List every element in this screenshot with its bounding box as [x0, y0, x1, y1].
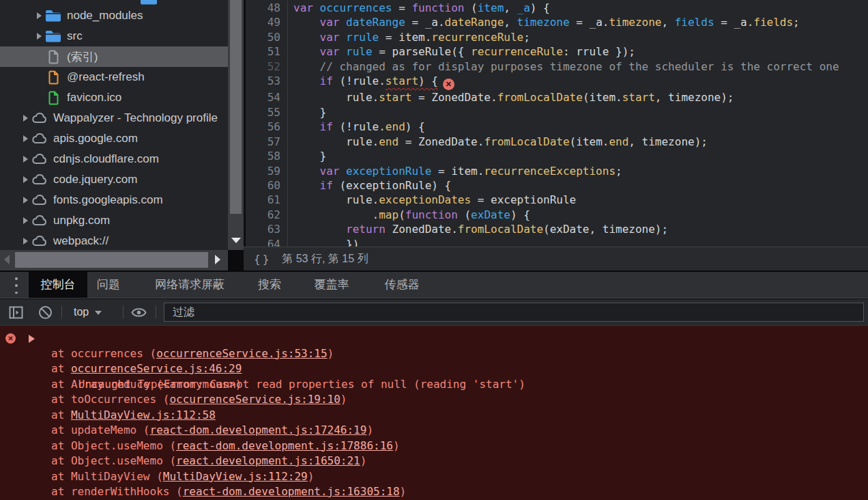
- tree-item-label: unpkg.com: [53, 214, 110, 227]
- code-token: dateRange: [445, 16, 504, 29]
- chevron-right-icon[interactable]: [33, 12, 45, 19]
- code-line: 60 if (exceptionRule) {: [246, 178, 868, 193]
- chevron-right-icon[interactable]: [19, 156, 31, 163]
- more-tools-menu-icon[interactable]: [14, 277, 19, 294]
- line-number[interactable]: 57: [246, 135, 288, 149]
- chevron-right-icon[interactable]: [19, 217, 31, 224]
- line-number[interactable]: 52: [246, 59, 288, 74]
- create-live-expression-icon[interactable]: [131, 306, 147, 322]
- file-tree-panel: node_modulessrc(索引)@react-refreshfavicon…: [0, 0, 246, 270]
- line-number[interactable]: 51: [246, 44, 288, 59]
- tree-item[interactable]: fonts.googleapis.com: [0, 190, 246, 210]
- chevron-right-icon[interactable]: [19, 197, 31, 204]
- code-line: 58 }: [246, 149, 868, 163]
- chevron-right-icon[interactable]: [19, 135, 31, 142]
- code-text: return ZonedDate.fromLocalDate(exDate, t…: [288, 222, 668, 236]
- line-number[interactable]: 63: [246, 222, 288, 236]
- tree-item[interactable]: code.jquery.com: [0, 169, 246, 190]
- code-token: }: [293, 150, 326, 163]
- stack-link[interactable]: react-dom.development.js:16305:18: [183, 485, 400, 498]
- tab-coverage[interactable]: 覆盖率: [315, 272, 349, 298]
- show-console-sidebar-icon[interactable]: [9, 305, 23, 322]
- line-number[interactable]: 58: [246, 149, 288, 163]
- stack-link[interactable]: react.development.js:1650:21: [176, 454, 360, 467]
- code-token: (!rule.: [333, 74, 386, 87]
- line-number[interactable]: 56: [246, 120, 288, 134]
- line-number[interactable]: 61: [246, 193, 288, 207]
- tree-item[interactable]: unpkg.com: [0, 210, 246, 231]
- line-number[interactable]: 55: [246, 105, 288, 120]
- stack-link[interactable]: occurrenceService.js:46:29: [71, 362, 242, 375]
- scroll-down-arrow-icon[interactable]: [231, 238, 241, 243]
- code-token: .: [293, 208, 379, 221]
- code-token: _a: [517, 1, 530, 14]
- tree-item-label: webpack://: [53, 234, 108, 248]
- stack-link[interactable]: MultiDayView.js:112:58: [71, 408, 216, 421]
- chevron-right-icon[interactable]: [19, 238, 31, 245]
- tree-item[interactable]: apis.google.com: [0, 128, 246, 149]
- stack-frame-text: at: [51, 408, 71, 421]
- code-token: (!rule.: [333, 120, 386, 133]
- tab-issues[interactable]: 问题: [97, 272, 120, 298]
- javascript-context-selector[interactable]: top: [74, 299, 102, 325]
- tab-search[interactable]: 搜索: [258, 272, 281, 298]
- tree-item[interactable]: (索引): [0, 46, 246, 67]
- tab-console[interactable]: 控制台: [29, 272, 87, 298]
- cloud-icon: [31, 133, 48, 144]
- tree-item[interactable]: src: [0, 26, 246, 46]
- line-number[interactable]: 48: [246, 1, 288, 15]
- tree-item-label: code.jquery.com: [53, 173, 137, 186]
- line-number[interactable]: 54: [246, 90, 288, 105]
- code-token: function: [411, 1, 464, 14]
- chevron-right-icon[interactable]: [19, 115, 31, 122]
- line-number[interactable]: 50: [246, 30, 288, 44]
- line-number[interactable]: 64: [246, 237, 288, 247]
- tree-item[interactable]: node_modules: [0, 5, 246, 26]
- tree-item-label: apis.google.com: [53, 132, 138, 145]
- inline-error-icon[interactable]: ✕: [443, 79, 454, 90]
- console-error-message[interactable]: ✕ Uncaught TypeError: Cannot read proper…: [0, 331, 868, 346]
- tree-item[interactable]: @react-refresh: [0, 67, 246, 87]
- file-icon: [45, 91, 61, 105]
- sidebar-horizontal-scrollbar-thumb[interactable]: [15, 252, 208, 268]
- code-token: if: [320, 74, 333, 87]
- code-line: 53 if (!rule.start) {✕: [246, 74, 868, 90]
- stack-link[interactable]: MultiDayView.js:112:29: [163, 470, 308, 483]
- tree-item[interactable]: favicon.ico: [0, 87, 246, 108]
- tab-network-request-blocking[interactable]: 网络请求屏蔽: [155, 272, 225, 298]
- stack-link[interactable]: occurrenceService.js:19:10: [169, 393, 340, 406]
- line-number[interactable]: 62: [246, 208, 288, 222]
- code-token: ,: [661, 16, 674, 29]
- chevron-right-icon[interactable]: [33, 33, 45, 40]
- line-number[interactable]: 59: [246, 164, 288, 178]
- code-token: fromLocalDate: [484, 135, 569, 148]
- tree-item[interactable]: cdnjs.cloudflare.com: [0, 149, 246, 169]
- stack-frame: at renderWithHooks (react-dom.developmen…: [0, 484, 868, 500]
- code-line: 62 .map(function (exDate) {: [246, 208, 868, 222]
- tree-item[interactable]: Wappalyzer - Technology profile: [0, 108, 246, 128]
- clear-console-icon[interactable]: [38, 305, 53, 322]
- stack-link[interactable]: occurrenceService.js:53:15: [156, 347, 327, 360]
- braces-icon[interactable]: {}: [254, 253, 271, 266]
- sidebar-vertical-scrollbar-thumb[interactable]: [230, 0, 242, 214]
- stack-link[interactable]: react-dom.development.js:17246:19: [150, 423, 367, 436]
- code-line: 63 return ZonedDate.fromLocalDate(exDate…: [246, 222, 868, 236]
- code-text: var occurrences = function (item, _a) {: [288, 1, 550, 15]
- line-number[interactable]: 60: [246, 178, 288, 193]
- code-text: var rule = parseRule({ recurrenceRule: r…: [288, 44, 635, 59]
- scroll-right-arrow-icon[interactable]: [215, 255, 220, 264]
- tree-item[interactable]: webpack://: [0, 231, 246, 251]
- tree-item-label: (索引): [67, 49, 98, 65]
- line-number[interactable]: 49: [246, 15, 288, 29]
- line-number[interactable]: 53: [246, 74, 288, 90]
- expand-triangle-icon[interactable]: [29, 335, 35, 343]
- scroll-left-arrow-icon[interactable]: [4, 255, 10, 264]
- console-filter-input[interactable]: [164, 303, 864, 322]
- code-line: 49 var dateRange = _a.dateRange, timezon…: [246, 15, 868, 29]
- code-editor[interactable]: 48var occurrences = function (item, _a) …: [244, 0, 868, 247]
- code-token: function: [405, 208, 458, 221]
- tab-sensors[interactable]: 传感器: [385, 272, 420, 298]
- chevron-right-icon[interactable]: [19, 176, 31, 183]
- stack-link[interactable]: react-dom.development.js:17886:16: [176, 439, 393, 452]
- stack-frame-text: ): [366, 423, 373, 436]
